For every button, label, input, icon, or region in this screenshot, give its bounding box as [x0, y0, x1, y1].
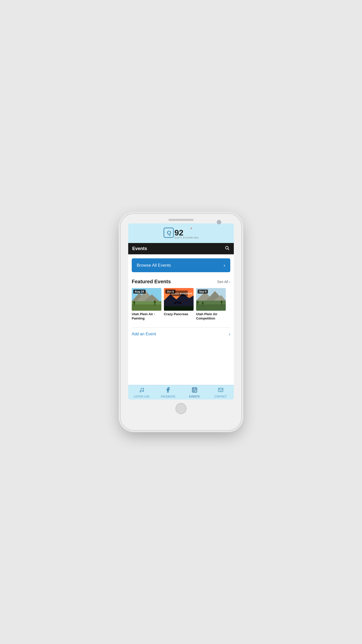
see-all-chevron-icon: ›	[229, 280, 230, 284]
svg-rect-48	[218, 388, 223, 392]
search-button[interactable]	[225, 246, 230, 252]
facebook-icon	[165, 387, 171, 394]
svg-text:Q: Q	[167, 229, 171, 236]
facebook-label: Facebook	[161, 395, 175, 398]
svg-rect-44	[194, 390, 195, 391]
camera	[217, 220, 221, 224]
event-card-2[interactable]: Sep 5 Utah Plein Air Competition	[196, 288, 226, 321]
event-image-2: Sep 5	[196, 288, 226, 311]
bottom-nav: LISTEN LIVE Facebook	[128, 385, 234, 399]
svg-point-21	[179, 302, 182, 304]
nav-item-listen[interactable]: LISTEN LIVE	[134, 387, 150, 398]
svg-point-19	[174, 302, 176, 304]
nav-item-events[interactable]: Events	[187, 387, 202, 398]
svg-rect-45	[195, 390, 196, 391]
svg-rect-12	[132, 304, 161, 311]
featured-title: Featured Events	[132, 279, 171, 285]
event-image-1: CRAZY PANCREAS Oct 6	[164, 288, 194, 311]
svg-rect-47	[194, 391, 195, 392]
app-header: Q 92 ° SOFT FAVORITES	[128, 223, 234, 243]
see-all-label: See All	[217, 280, 228, 284]
event-image-0: Aug 24	[132, 288, 161, 311]
nav-item-facebook[interactable]: Facebook	[161, 387, 176, 398]
home-button[interactable]	[175, 403, 187, 414]
svg-rect-15	[154, 302, 155, 306]
search-icon	[225, 246, 230, 251]
phone-shell: Q 92 ° SOFT FAVORITES Events	[121, 214, 241, 430]
svg-point-37	[140, 391, 141, 392]
listen-label: LISTEN LIVE	[134, 395, 150, 398]
event-date-2: Sep 5	[198, 290, 208, 294]
events-label: Events	[189, 395, 200, 398]
contact-label: Contact	[214, 395, 227, 398]
mail-icon	[218, 387, 223, 394]
event-card-1[interactable]: CRAZY PANCREAS Oct 6 Crazy Pancreas	[164, 288, 194, 321]
browse-all-label: Browse All Events	[137, 263, 171, 268]
add-event-row[interactable]: Add an Event ›	[128, 328, 234, 341]
svg-text:SOFT FAVORITES: SOFT FAVORITES	[174, 236, 199, 239]
main-content: Browse All Events › Featured Events See …	[128, 254, 234, 385]
see-all-link[interactable]: See All ›	[217, 280, 230, 284]
calendar-icon	[192, 387, 197, 394]
svg-rect-43	[193, 390, 194, 391]
svg-line-6	[228, 249, 229, 250]
event-title-2: Utah Plein Air Competition	[196, 312, 226, 321]
svg-rect-33	[221, 302, 222, 306]
svg-rect-46	[193, 391, 194, 392]
q92-logo: Q 92 ° SOFT FAVORITES	[163, 227, 199, 239]
featured-header: Featured Events See All ›	[132, 279, 230, 285]
svg-rect-22	[164, 306, 194, 311]
add-event-chevron-icon: ›	[229, 332, 230, 337]
events-row: Aug 24 Utah Plein Air - Painting	[132, 288, 230, 321]
logo: Q 92 ° SOFT FAVORITES	[163, 227, 199, 239]
svg-point-20	[176, 301, 179, 304]
nav-title: Events	[132, 246, 147, 251]
browse-chevron-icon: ›	[223, 262, 225, 268]
music-icon	[139, 387, 145, 394]
featured-events-section: Featured Events See All ›	[128, 276, 234, 323]
svg-text:°: °	[191, 227, 192, 231]
event-date-1: Oct 6	[165, 290, 175, 294]
screen: Q 92 ° SOFT FAVORITES Events	[128, 223, 234, 399]
event-date-0: Aug 24	[133, 290, 146, 294]
event-card-0[interactable]: Aug 24 Utah Plein Air - Painting	[132, 288, 161, 321]
browse-all-events-button[interactable]: Browse All Events ›	[132, 258, 230, 272]
event-title-1: Crazy Pancreas	[164, 312, 194, 316]
add-event-label: Add an Event	[132, 332, 156, 336]
svg-text:92: 92	[174, 228, 184, 237]
nav-bar: Events	[128, 243, 234, 254]
speaker-grill	[168, 219, 194, 221]
nav-item-contact[interactable]: Contact	[213, 387, 228, 398]
svg-point-38	[142, 390, 144, 392]
event-title-0: Utah Plein Air - Painting	[132, 312, 161, 321]
